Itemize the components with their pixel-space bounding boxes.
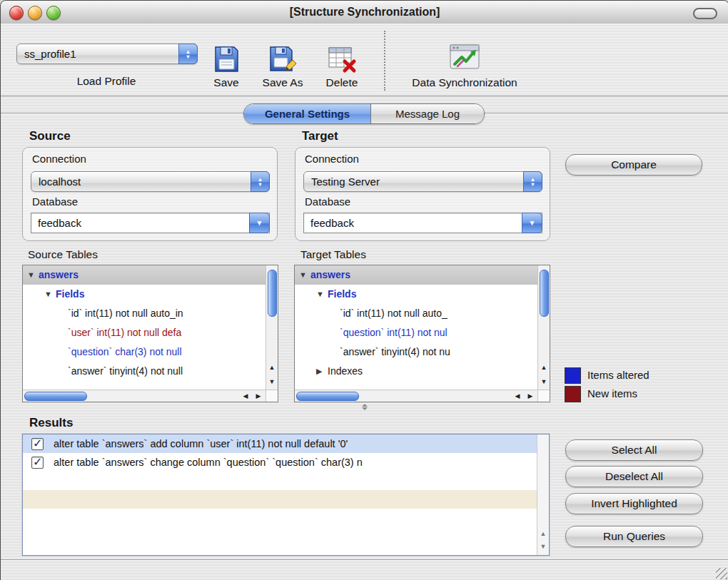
source-connection-value: localhost (31, 175, 251, 188)
tree-row[interactable]: ▼Fields (23, 285, 266, 304)
delete-table-icon (327, 45, 357, 76)
data-synchronization-icon (446, 41, 483, 76)
source-database-label: Database (32, 195, 78, 208)
tree-row[interactable]: `question` char(3) not null (23, 342, 266, 362)
scrollbar-thumb[interactable] (24, 392, 87, 401)
run-queries-button[interactable]: Run Queries (565, 526, 703, 547)
vertical-scrollbar[interactable]: ▲ ▼ (537, 265, 550, 390)
tab-message-log[interactable]: Message Log (370, 104, 484, 123)
new-items-swatch (565, 386, 581, 402)
resize-grip[interactable] (716, 568, 727, 579)
scrollbar-corner (266, 390, 278, 402)
scrollbar-thumb[interactable] (296, 392, 359, 401)
disclosure-down-icon[interactable]: ▼ (44, 285, 56, 304)
scroll-right-icon[interactable]: ▶ (524, 390, 537, 402)
target-database-value: feedback (304, 217, 522, 229)
source-connection-select[interactable]: localhost ▲▼ (31, 171, 270, 192)
target-tables-tree[interactable]: ▼answers ▼Fields `id` int(11) not null a… (294, 265, 550, 402)
result-row[interactable]: alter table `answers` change column `que… (23, 453, 537, 472)
target-database-label: Database (305, 195, 350, 208)
results-view: alter table `answers` add column `user` … (23, 434, 537, 555)
items-altered-swatch (565, 367, 581, 384)
select-all-button[interactable]: Select All (565, 439, 703, 461)
tree-row[interactable]: `question` int(11) not nul (295, 323, 538, 342)
load-profile-label: Load Profile (16, 75, 196, 88)
disclosure-down-icon[interactable]: ▼ (316, 285, 328, 304)
scrollbar-thumb[interactable] (540, 270, 549, 317)
save-as-floppy-pencil-icon (268, 45, 297, 76)
result-checkbox[interactable] (31, 438, 44, 450)
target-tables-label: Target Tables (300, 248, 366, 261)
delete-button[interactable]: Delete (313, 31, 370, 89)
dropdown-arrow-icon[interactable]: ▼ (249, 213, 270, 233)
title-bar[interactable]: [Structure Synchronization] (1, 1, 728, 24)
tab-bar: General Settings Message Log (243, 103, 485, 124)
data-synchronization-label: Data Synchronization (412, 76, 517, 89)
empty-row (23, 527, 537, 546)
collapse-widget-icon[interactable] (693, 8, 717, 19)
results-heading: Results (29, 416, 73, 430)
save-as-label: Save As (263, 76, 303, 89)
tree-row[interactable]: `answer` tinyint(4) not null (23, 362, 266, 381)
disclosure-down-icon[interactable]: ▼ (299, 265, 310, 285)
disclosure-right-icon[interactable]: ▶ (316, 362, 328, 381)
source-connection-label: Connection (32, 153, 86, 165)
save-label: Save (213, 76, 238, 89)
toolbar-separator (384, 31, 385, 91)
new-items-label: New items (587, 387, 637, 400)
scroll-up-icon[interactable]: ▲ (537, 526, 549, 541)
scrollbar-thumb[interactable] (268, 270, 277, 317)
target-database-combo[interactable]: feedback ▼ (303, 213, 542, 233)
items-altered-label: Items altered (587, 369, 649, 381)
scroll-down-icon[interactable]: ▼ (266, 375, 278, 389)
dropdown-arrow-icon[interactable]: ▼ (522, 213, 542, 233)
tab-general-settings[interactable]: General Settings (244, 104, 370, 123)
source-tables-tree[interactable]: ▼answers ▼Fields `id` int(11) not null a… (22, 265, 278, 402)
scroll-down-icon[interactable]: ▼ (537, 539, 549, 554)
source-tables-label: Source Tables (28, 248, 98, 261)
scroll-up-icon[interactable]: ▲ (266, 360, 278, 375)
source-database-combo[interactable]: feedback ▼ (31, 213, 270, 233)
data-synchronization-button[interactable]: Data Synchronization (397, 28, 532, 89)
tree-row[interactable]: `user` int(11) not null defa (23, 323, 266, 342)
popup-stepper-icon: ▲▼ (178, 44, 198, 64)
tree-row[interactable]: `answer` tinyint(4) not nu (295, 342, 538, 362)
save-as-button[interactable]: Save As (255, 31, 310, 89)
scroll-down-icon[interactable]: ▼ (538, 375, 550, 389)
tree-row[interactable]: ▼answers (23, 265, 266, 285)
window-title: [Structure Synchronization] (1, 1, 728, 24)
scroll-left-icon[interactable]: ◀ (239, 390, 252, 402)
source-database-value: feedback (31, 217, 249, 229)
source-heading: Source (29, 129, 71, 143)
scroll-up-icon[interactable]: ▲ (538, 360, 550, 375)
result-row[interactable]: alter table `answers` add column `user` … (23, 434, 537, 453)
scroll-left-icon[interactable]: ◀ (511, 390, 524, 402)
scroll-right-icon[interactable]: ▶ (252, 390, 265, 402)
horizontal-scrollbar[interactable]: ◀ ▶ (23, 390, 266, 402)
deselect-all-button[interactable]: Deselect All (565, 466, 703, 487)
delete-label: Delete (326, 76, 358, 89)
tree-row[interactable]: ▶Indexes (295, 362, 538, 381)
pane-splitter-handle[interactable] (360, 403, 370, 410)
compare-button[interactable]: Compare (565, 154, 702, 175)
empty-row (23, 509, 537, 527)
tree-row[interactable]: `id` int(11) not null auto_ (295, 304, 538, 323)
popup-stepper-icon: ▲▼ (251, 171, 270, 192)
load-profile-value: ss_profile1 (17, 48, 178, 60)
empty-row (23, 472, 537, 490)
target-connection-label: Connection (305, 153, 359, 165)
load-profile-select[interactable]: ss_profile1 ▲▼ (16, 44, 198, 64)
results-list[interactable]: alter table `answers` add column `user` … (22, 434, 550, 556)
tree-row[interactable]: ▼Fields (295, 285, 538, 304)
horizontal-scrollbar[interactable]: ◀ ▶ (295, 390, 538, 402)
invert-highlighted-button[interactable]: Invert Highlighted (565, 493, 703, 514)
vertical-scrollbar[interactable]: ▲ ▼ (537, 434, 549, 555)
result-checkbox[interactable] (31, 457, 44, 469)
target-heading: Target (302, 129, 338, 143)
tree-row[interactable]: ▼answers (295, 265, 538, 285)
save-button[interactable]: Save (201, 31, 251, 89)
target-connection-select[interactable]: Testing Server ▲▼ (303, 171, 542, 192)
tree-row[interactable]: `id` int(11) not null auto_in (23, 304, 266, 323)
vertical-scrollbar[interactable]: ▲ ▼ (266, 265, 278, 390)
disclosure-down-icon[interactable]: ▼ (27, 265, 39, 285)
